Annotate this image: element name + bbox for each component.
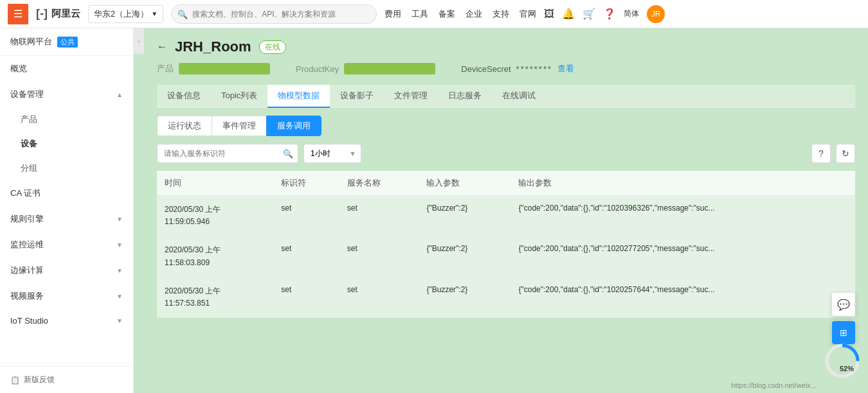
nav-link-fees[interactable]: 费用 (384, 8, 401, 20)
row1-service-name: set (339, 196, 419, 236)
row3-identifier: set (273, 277, 339, 317)
nav-icons: 🖼 🔔 🛒 ❓ (544, 8, 616, 20)
device-secret-info: DeviceSecret ******** 查看 (461, 63, 574, 74)
image-icon[interactable]: 🖼 (544, 8, 554, 20)
sidebar-item-ca-cert[interactable]: CA 证书 (0, 180, 133, 206)
row1-output-params: {"code":200,"data":{},"id":"1020396326",… (511, 196, 855, 236)
sub-label-device: 设备 (21, 139, 37, 148)
sidebar-label-device-management: 设备管理 (10, 89, 44, 100)
sub-tabs: 运行状态 事件管理 服务调用 (157, 116, 855, 136)
back-button[interactable]: ← (157, 41, 167, 53)
chevron-down-video-icon: ▼ (116, 293, 123, 300)
chevron-down-monitor-icon: ▼ (116, 241, 123, 249)
tab-model-data[interactable]: 物模型数据 (267, 85, 330, 108)
top-navigation: ☰ [-] 阿里云 华东2（上海） ▼ 🔍 费用 工具 备案 企业 支持 官网 … (0, 0, 868, 28)
language-selector[interactable]: 简体 (624, 8, 639, 19)
tab-device-shadow[interactable]: 设备影子 (330, 85, 384, 108)
avatar[interactable]: JR (647, 5, 665, 23)
sidebar-item-iot-studio[interactable]: IoT Studio ▼ (0, 309, 133, 333)
grid-icon: ⊞ (840, 328, 847, 338)
region-label: 华东2（上海） (94, 8, 149, 20)
chevron-down-rules-icon: ▼ (116, 216, 123, 223)
nav-link-tools[interactable]: 工具 (411, 8, 428, 20)
platform-label: 物联网平台 (10, 36, 52, 48)
progress-label: 52% (840, 365, 854, 372)
product-info: 产品 ████████████ (157, 63, 270, 74)
sidebar-item-monitor[interactable]: 监控运维 ▼ (0, 232, 133, 258)
nav-link-official[interactable]: 官网 (520, 8, 536, 20)
product-key-value: ████████████ (344, 63, 435, 74)
nav-link-filing[interactable]: 备案 (439, 8, 455, 20)
page-title: JRH_Room (175, 39, 251, 55)
sidebar-sub-item-group[interactable]: 分组 (0, 156, 133, 180)
grid-float-button[interactable]: ⊞ (832, 321, 855, 344)
collapse-icon: ‹ (138, 38, 140, 45)
sidebar-sub-item-product[interactable]: 产品 (0, 107, 133, 132)
footer-label: 新版反馈 (24, 374, 55, 385)
device-secret-dots: ******** (516, 64, 552, 74)
refresh-icon: ↻ (842, 148, 849, 159)
service-search-button[interactable]: 🔍 (278, 144, 298, 163)
main-tabs: 设备信息 Topic列表 物模型数据 设备影子 文件管理 日志服务 在线调试 (157, 85, 855, 108)
sidebar-item-video[interactable]: 视频服务 ▼ (0, 283, 133, 309)
page-header: ← JRH_Room 在线 (157, 39, 855, 55)
feedback-icon: 📋 (10, 376, 20, 385)
refresh-button[interactable]: ↻ (836, 144, 855, 163)
sidebar-item-edge[interactable]: 边缘计算 ▼ (0, 258, 133, 283)
help-button[interactable]: ? (811, 144, 831, 163)
search-wrapper: 🔍 (171, 4, 377, 24)
sidebar-item-overview[interactable]: 概览 (0, 56, 133, 82)
nav-link-support[interactable]: 支持 (493, 8, 509, 20)
sub-tab-run-status[interactable]: 运行状态 (157, 116, 212, 136)
sidebar-sub-item-device[interactable]: 设备 (0, 132, 133, 156)
content-area: ← JRH_Room 在线 产品 ████████████ ProductKey… (144, 28, 868, 393)
row2-identifier: set (273, 236, 339, 277)
col-output-params: 输出参数 (511, 171, 855, 196)
chat-icon: 💬 (837, 299, 850, 311)
search-input[interactable] (171, 4, 377, 24)
tab-device-info[interactable]: 设备信息 (157, 85, 211, 108)
row1-identifier: set (273, 196, 339, 236)
nav-link-enterprise[interactable]: 企业 (466, 8, 482, 20)
time-select-wrap: 1小时 6小时 12小时 24小时 ▼ (303, 144, 361, 163)
row2-output-params: {"code":200,"data":{},"id":"1020277205",… (511, 236, 855, 277)
sidebar-collapse-button[interactable]: ‹ (134, 28, 144, 54)
sidebar-label-rules: 规则引擎 (10, 213, 44, 225)
row3-output-params: {"code":200,"data":{},"id":"1020257644",… (511, 277, 855, 317)
row1-time: 2020/05/30 上午 11:59:05.946 (157, 196, 273, 236)
sidebar-footer[interactable]: 📋 新版反馈 (0, 366, 133, 393)
cart-icon[interactable]: 🛒 (583, 8, 595, 20)
sub-tab-event-mgmt[interactable]: 事件管理 (212, 116, 267, 136)
view-secret-link[interactable]: 查看 (557, 63, 574, 74)
tab-log-service[interactable]: 日志服务 (438, 85, 492, 108)
row2-service-name: set (339, 236, 419, 277)
sidebar-label-video: 视频服务 (10, 290, 44, 302)
chat-float-button[interactable]: 💬 (832, 293, 855, 316)
logo-bracket: [-] (36, 7, 48, 21)
tab-online-debug[interactable]: 在线调试 (492, 85, 546, 108)
question-icon: ? (818, 148, 824, 159)
tab-topic-list[interactable]: Topic列表 (211, 85, 267, 108)
hamburger-button[interactable]: ☰ (8, 4, 28, 24)
row3-time: 2020/05/30 上午 11:57:53.851 (157, 277, 273, 317)
bell-icon[interactable]: 🔔 (562, 8, 575, 20)
service-search-input[interactable] (157, 144, 298, 163)
tab-file-mgmt[interactable]: 文件管理 (384, 85, 438, 108)
table-row: 2020/05/30 上午 11:57:53.851 set set {"Buz… (157, 277, 855, 317)
sidebar-item-device-management[interactable]: 设备管理 ▲ (0, 82, 133, 107)
product-key-label: ProductKey (296, 64, 339, 74)
chevron-up-icon: ▲ (116, 91, 123, 98)
sidebar-label-monitor: 监控运维 (10, 239, 44, 250)
time-range-select[interactable]: 1小时 6小时 12小时 24小时 (303, 144, 361, 163)
filter-row: 🔍 1小时 6小时 12小时 24小时 ▼ ? ↻ (157, 144, 855, 163)
row3-service-name: set (339, 277, 419, 317)
sidebar: 物联网平台 公共 概览 设备管理 ▲ 产品 设备 分组 CA 证书 规则引擎 ▼… (0, 28, 134, 393)
sidebar-item-rules[interactable]: 规则引擎 ▼ (0, 206, 133, 232)
sub-tab-service-call[interactable]: 服务调用 (266, 116, 321, 136)
chevron-down-iot-icon: ▼ (116, 317, 123, 324)
row1-input-params: {"Buzzer":2} (419, 196, 511, 236)
region-selector[interactable]: 华东2（上海） ▼ (88, 5, 163, 23)
table-header-row: 时间 标识符 服务名称 输入参数 输出参数 (157, 171, 855, 196)
platform-badge: 公共 (57, 37, 78, 48)
help-icon[interactable]: ❓ (603, 8, 616, 20)
